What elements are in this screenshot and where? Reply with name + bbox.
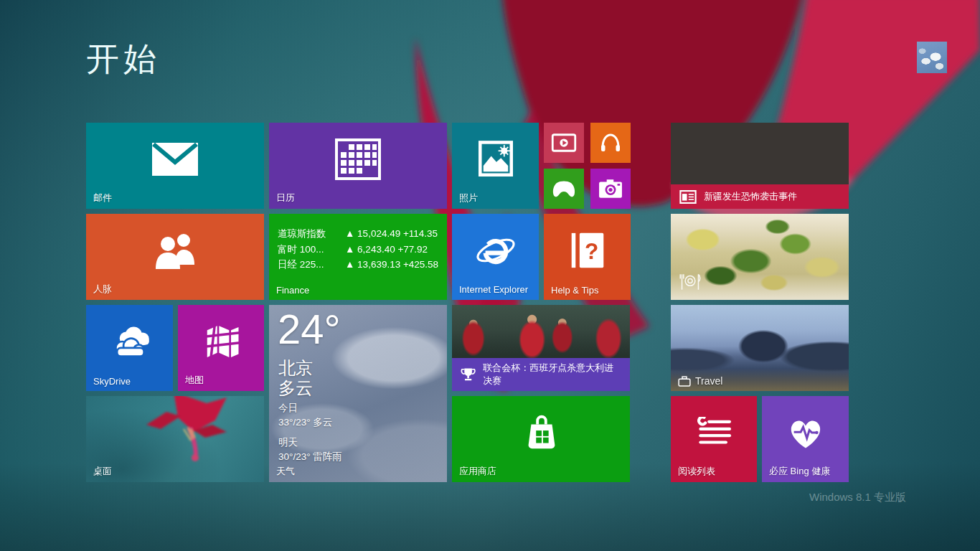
camera-icon — [598, 179, 623, 199]
tile-internet-explorer[interactable]: Internet Explorer — [452, 214, 539, 300]
weather-tomorrow-value: 30°/23° 雷阵雨 — [278, 450, 342, 464]
tile-mail-label: 邮件 — [93, 192, 112, 204]
tile-weather-label: 天气 — [276, 465, 295, 478]
tile-travel[interactable]: Travel — [671, 305, 849, 391]
tile-food[interactable] — [671, 214, 849, 300]
store-bag-icon — [519, 410, 563, 455]
tile-calendar-label: 日历 — [276, 192, 295, 204]
video-icon — [551, 133, 577, 153]
tile-maps[interactable]: 地图 — [178, 305, 264, 391]
tile-mail[interactable]: 邮件 — [86, 123, 264, 209]
tile-news[interactable]: 新疆发生恐怖袭击事件 — [671, 123, 849, 209]
maps-icon — [201, 321, 241, 362]
tile-maps-label: 地图 — [185, 374, 204, 387]
tile-video[interactable] — [544, 123, 584, 163]
weather-today-value: 33°/23° 多云 — [278, 415, 332, 430]
user-avatar[interactable] — [917, 42, 947, 73]
tile-help-tips[interactable]: ? Help & Tips — [544, 214, 631, 300]
people-icon — [151, 232, 199, 269]
news-photo — [671, 123, 849, 184]
tile-desktop[interactable]: 桌面 — [86, 396, 264, 482]
news-headline: 新疆发生恐怖袭击事件 — [704, 190, 797, 203]
tile-ie-label: Internet Explorer — [459, 284, 531, 296]
tile-finance-label: Finance — [276, 285, 309, 296]
music-headphones-icon — [599, 131, 622, 154]
tile-photos-label: 照片 — [459, 192, 478, 204]
tile-reading-list[interactable]: 阅读列表 — [671, 396, 757, 482]
photos-icon — [475, 138, 517, 180]
tile-photos[interactable]: 照片 — [452, 123, 539, 209]
tile-reading-list-label: 阅读列表 — [678, 465, 715, 478]
trophy-icon — [461, 367, 476, 382]
tile-bing-health-label: 必应 Bing 健康 — [769, 465, 830, 478]
tile-bing-health[interactable]: 必应 Bing 健康 — [762, 396, 849, 482]
tile-store[interactable]: 应用商店 — [452, 396, 630, 482]
news-icon — [679, 190, 697, 204]
weather-temp: 24° — [278, 306, 341, 352]
bing-health-heart-icon — [786, 415, 826, 451]
games-controller-icon — [551, 179, 577, 198]
desktop-flower-image — [86, 396, 264, 482]
start-screen: 开始 邮件 — [0, 0, 980, 551]
reading-list-icon — [694, 417, 733, 448]
finance-row: 道琼斯指数▲ 15,024.49 +114.35 — [278, 226, 438, 242]
tile-people-label: 人脉 — [93, 283, 112, 296]
tile-finance[interactable]: 道琼斯指数▲ 15,024.49 +114.35 富时 100...▲ 6,24… — [269, 214, 447, 300]
tile-store-label: 应用商店 — [459, 465, 496, 478]
windows-edition-watermark: Windows 8.1 专业版 — [809, 491, 906, 504]
svg-text:?: ? — [584, 238, 598, 264]
tile-people[interactable]: 人脉 — [86, 214, 264, 300]
skydrive-clouds-icon — [106, 324, 154, 359]
tile-camera[interactable] — [590, 169, 631, 209]
sports-photo — [452, 305, 630, 361]
weather-condition: 多云 — [278, 377, 313, 400]
tile-help-label: Help & Tips — [551, 285, 598, 296]
tile-grid: 邮件 日历 — [86, 123, 849, 482]
mail-icon — [151, 142, 199, 176]
travel-label: Travel — [695, 375, 722, 387]
food-cutlery-icon — [678, 273, 702, 291]
tile-calendar[interactable]: 日历 — [269, 123, 447, 209]
sports-headline: 联合会杯：西班牙点杀意大利进决赛 — [483, 362, 621, 387]
tile-weather[interactable]: 24° 北京 多云 今日 33°/23° 多云 明天 30°/23° 雷阵雨 天… — [269, 305, 447, 482]
tile-games[interactable] — [544, 169, 584, 209]
finance-row: 日经 225...▲ 13,639.13 +425.58 — [278, 257, 438, 273]
weather-today-label: 今日 — [278, 401, 298, 415]
travel-suitcase-icon — [678, 376, 691, 387]
finance-row: 富时 100...▲ 6,243.40 +77.92 — [278, 242, 438, 258]
page-title: 开始 — [86, 37, 161, 82]
calendar-icon — [335, 138, 381, 180]
tile-music[interactable] — [590, 123, 631, 163]
finance-quotes: 道琼斯指数▲ 15,024.49 +114.35 富时 100...▲ 6,24… — [278, 226, 438, 273]
tile-skydrive[interactable]: SkyDrive — [86, 305, 173, 391]
internet-explorer-icon — [473, 231, 518, 270]
tile-sports[interactable]: 联合会杯：西班牙点杀意大利进决赛 — [452, 305, 630, 391]
weather-tomorrow-label: 明天 — [278, 435, 298, 450]
help-tips-icon: ? — [569, 230, 606, 270]
tile-desktop-label: 桌面 — [93, 465, 112, 478]
tile-skydrive-label: SkyDrive — [93, 376, 131, 387]
